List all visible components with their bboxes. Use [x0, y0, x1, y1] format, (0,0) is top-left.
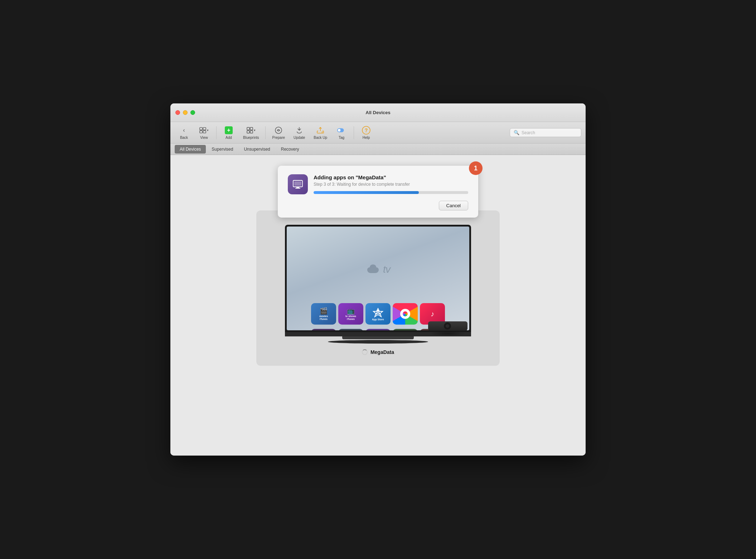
backup-button[interactable]: Back Up [310, 124, 331, 141]
svg-rect-3 [203, 131, 206, 133]
backup-label: Back Up [314, 136, 327, 140]
device-label: MegaData [362, 349, 394, 355]
help-label: Help [363, 136, 370, 140]
title-bar: All Devices [170, 103, 586, 122]
movies-label: moviesiTunes [319, 315, 328, 321]
tv-stand-base [328, 340, 428, 344]
close-button[interactable] [175, 110, 180, 115]
svg-rect-2 [200, 131, 203, 133]
toolbar: ‹ Back ▾ View + Add [170, 122, 586, 144]
tab-bar: All Devices Supervised Unsupervised Reco… [170, 144, 586, 155]
movies-icon: 🎬 [320, 307, 328, 315]
search-icon: 🔍 [514, 130, 519, 135]
svg-point-8 [275, 127, 282, 133]
appstore-label: App Store [372, 318, 384, 321]
svg-point-10 [322, 132, 323, 133]
update-icon [295, 126, 304, 135]
svg-text:A: A [376, 309, 381, 316]
partial-icon-4 [393, 329, 418, 330]
app-icon-movies: 🎬 moviesiTunes [311, 303, 336, 325]
add-button[interactable]: + Add [219, 124, 238, 141]
atv-box-body [428, 321, 467, 331]
svg-rect-18 [295, 188, 300, 189]
view-icon: ▾ [199, 126, 209, 135]
tag-icon [337, 126, 346, 135]
svg-rect-17 [296, 187, 299, 188]
modal-text-block: Adding apps on "MegaData" Step 3 of 3: W… [314, 174, 468, 194]
help-icon: ? [362, 126, 371, 135]
window-title: All Devices [365, 110, 390, 115]
tag-label: Tag [339, 136, 344, 140]
blueprints-button[interactable]: ▾ Blueprints [239, 124, 262, 141]
svg-point-9 [278, 130, 279, 131]
tv-logo-text: tv [383, 264, 390, 275]
tvshows-label: tv showsiTunes [345, 315, 356, 321]
modal-actions: Cancel [288, 201, 468, 210]
minimize-button[interactable] [183, 110, 188, 115]
modal-content: Adding apps on "MegaData" Step 3 of 3: W… [288, 174, 468, 194]
photos-inner [400, 309, 410, 319]
tab-unsupervised[interactable]: Unsupervised [239, 145, 275, 154]
tab-supervised[interactable]: Supervised [207, 145, 238, 154]
search-bar[interactable]: 🔍 Search [510, 128, 581, 137]
main-window: All Devices ‹ Back ▾ View [170, 103, 586, 456]
main-content: Adding apps on "MegaData" Step 3 of 3: W… [170, 155, 586, 456]
app-icon-photos [393, 303, 418, 325]
blueprints-label: Blueprints [243, 136, 259, 140]
blueprints-icon: ▾ [246, 126, 256, 135]
partial-icon-2 [338, 329, 363, 330]
separator-2 [265, 126, 266, 139]
svg-rect-6 [247, 131, 249, 133]
tvshows-icon: 📺 [347, 307, 355, 315]
tab-recovery[interactable]: Recovery [276, 145, 304, 154]
partial-icon-3 [365, 329, 391, 330]
svg-rect-5 [250, 127, 253, 130]
view-button[interactable]: ▾ View [195, 124, 213, 141]
modal-step-text: Step 3 of 3: Waiting for device to compl… [314, 182, 468, 187]
add-icon: + [224, 126, 233, 135]
update-label: Update [294, 136, 305, 140]
atv-box-shadow [430, 331, 466, 336]
partial-icon-1 [311, 329, 336, 330]
svg-rect-1 [203, 127, 206, 130]
back-button[interactable]: ‹ Back [175, 124, 193, 141]
modal-dialog: Adding apps on "MegaData" Step 3 of 3: W… [278, 166, 478, 218]
tab-all-devices[interactable]: All Devices [175, 145, 206, 154]
traffic-lights [175, 110, 195, 115]
svg-rect-7 [250, 131, 253, 133]
add-label: Add [226, 136, 232, 140]
appletv-display: tv 🎬 moviesiTunes 📺 [281, 225, 475, 344]
appletv-box [428, 308, 467, 336]
view-label: View [200, 136, 208, 140]
prepare-button[interactable]: Prepare [268, 124, 289, 141]
svg-rect-4 [247, 127, 249, 130]
backup-icon [316, 126, 325, 135]
prepare-label: Prepare [272, 136, 285, 140]
app-icon-tvshows: 📺 tv showsiTunes [338, 303, 363, 325]
tv-stand-top [342, 336, 414, 339]
svg-point-12 [338, 129, 340, 131]
maximize-button[interactable] [190, 110, 195, 115]
separator-3 [354, 126, 354, 139]
tag-button[interactable]: Tag [332, 124, 351, 141]
cancel-button[interactable]: Cancel [439, 201, 468, 210]
search-placeholder: Search [522, 130, 577, 135]
progress-bar [314, 191, 468, 194]
help-button[interactable]: ? Help [357, 124, 375, 141]
atv-top-circle [444, 322, 451, 330]
prepare-icon [274, 126, 283, 135]
notification-badge: 1 [469, 161, 483, 175]
update-button[interactable]: Update [290, 124, 309, 141]
back-label: Back [180, 136, 188, 140]
svg-text:?: ? [365, 127, 368, 133]
device-name: MegaData [370, 349, 394, 355]
progress-bar-fill [314, 191, 419, 194]
back-icon: ‹ [179, 126, 189, 135]
appletv-logo: tv [366, 262, 390, 277]
loading-spinner [362, 349, 368, 355]
app-icon-appstore: A App Store [365, 303, 391, 325]
svg-rect-16 [294, 181, 301, 186]
device-card: tv 🎬 moviesiTunes 📺 [256, 210, 500, 366]
modal-title: Adding apps on "MegaData" [314, 174, 468, 180]
svg-rect-0 [200, 127, 203, 130]
